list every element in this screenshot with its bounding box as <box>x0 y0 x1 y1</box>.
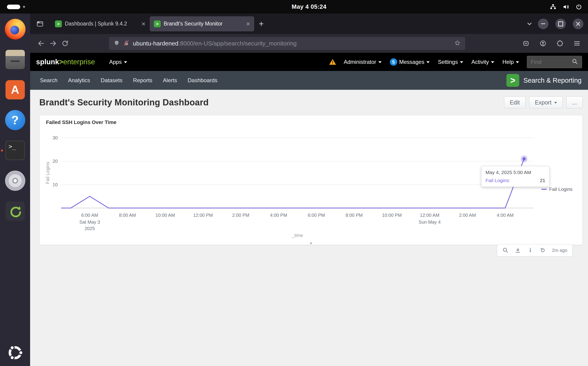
x-tick-label: 4:00 AM <box>497 213 514 218</box>
minimize-button[interactable] <box>538 19 549 29</box>
tab-label: Brandt's Security Monitor <box>164 21 243 27</box>
account-icon[interactable] <box>537 38 549 49</box>
chevron-down-icon <box>426 61 430 63</box>
nav-item-alerts[interactable]: Alerts <box>158 71 182 90</box>
search-icon[interactable] <box>572 58 578 66</box>
info-icon[interactable] <box>527 247 533 253</box>
chevron-down-icon <box>378 61 382 63</box>
dock-item-ubuntu[interactable] <box>4 342 26 364</box>
y-tick-label: 30 <box>53 135 58 140</box>
dock-item-disc[interactable] <box>4 170 26 192</box>
dock-item-files[interactable] <box>4 48 26 70</box>
menu-icon[interactable] <box>571 38 583 49</box>
menu-administrator[interactable]: Administrator <box>339 53 385 71</box>
desktop: May 4 05:24 > Dashboards <box>0 0 588 366</box>
x-tick-label: 2:00 AM <box>459 213 476 218</box>
text-editor-icon <box>6 80 25 99</box>
workspace-indicator[interactable] <box>7 0 25 14</box>
dock-item-help[interactable] <box>4 109 26 131</box>
find-input[interactable] <box>531 59 572 65</box>
y-tick-label: 10 <box>53 182 58 187</box>
dock-item-firefox[interactable] <box>4 18 26 40</box>
legend-label: Fail Logins <box>549 186 572 192</box>
menu-settings[interactable]: Settings <box>434 53 467 71</box>
restore-button[interactable] <box>555 19 566 29</box>
menu-messages[interactable]: 5Messages <box>386 53 434 71</box>
system-tray[interactable] <box>550 0 582 14</box>
pocket-icon[interactable] <box>520 38 532 49</box>
splunk-logo[interactable]: splunk>enterprise <box>36 58 95 66</box>
menu-activity[interactable]: Activity <box>467 53 498 71</box>
tab-security-monitoring[interactable]: > Brandt's Security Monitor × <box>150 16 254 31</box>
insecure-lock-icon[interactable] <box>123 40 129 47</box>
running-indicator <box>1 150 3 152</box>
x-tick-label: 8:00 AM <box>119 213 136 218</box>
x-tick-label: 4:00 PM <box>270 213 287 218</box>
system-clock[interactable]: May 4 05:24 <box>30 0 588 14</box>
chevron-down-icon <box>124 61 127 63</box>
navigation-bar: ubuntu-hardened:8000/en-US/app/search/se… <box>30 34 588 53</box>
chart-legend[interactable]: Fail Logins <box>541 186 572 192</box>
firefox-view-icon[interactable] <box>35 19 45 29</box>
edit-button[interactable]: Edit <box>504 96 525 108</box>
tracking-shield-icon[interactable] <box>114 40 120 47</box>
x-tick-label: 6:00 AM <box>81 213 98 218</box>
x-tick-sublabel: Sat May 3 <box>79 220 100 225</box>
url-bar[interactable]: ubuntu-hardened:8000/en-US/app/search/se… <box>109 37 465 50</box>
splunk-favicon: > <box>55 20 62 27</box>
extensions-icon[interactable] <box>554 38 566 49</box>
url-text: ubuntu-hardened:8000/en-US/app/search/se… <box>133 40 297 47</box>
chart-panel: Failed SSH Logins Over Time 102030Fail L… <box>39 115 583 245</box>
dock-item-terminal[interactable] <box>4 139 26 161</box>
nav-item-datasets[interactable]: Datasets <box>95 71 128 90</box>
system-top-bar: May 4 05:24 <box>0 0 588 14</box>
files-icon <box>6 50 25 69</box>
dock-item-text-editor[interactable] <box>4 79 26 101</box>
help-icon <box>5 110 25 130</box>
chart-tooltip: May 4, 2025 5:00 AM Fail Logins: 21 <box>481 166 550 187</box>
reload-icon[interactable] <box>59 38 71 49</box>
x-tick-label: 8:00 PM <box>345 213 362 218</box>
splunk-favicon: > <box>154 20 161 27</box>
close-button[interactable] <box>573 19 583 29</box>
tooltip-series-label: Fail Logins: <box>486 178 510 183</box>
warning-icon[interactable] <box>326 58 339 66</box>
nav-item-reports[interactable]: Reports <box>128 71 158 90</box>
tab-label: Dashboards | Splunk 9.4.2 <box>65 21 138 27</box>
menu-help[interactable]: Help <box>498 53 523 71</box>
find-box[interactable] <box>527 56 582 68</box>
download-icon[interactable] <box>515 247 521 253</box>
new-tab-button[interactable]: + <box>259 19 264 29</box>
open-in-search-icon[interactable] <box>502 247 509 253</box>
network-icon[interactable] <box>550 4 556 10</box>
back-icon[interactable] <box>35 38 47 49</box>
splunk-app-nav: Search Analytics Datasets Reports Alerts… <box>30 71 588 90</box>
menu-apps[interactable]: Apps <box>105 53 131 71</box>
tab-close-icon[interactable]: × <box>246 20 250 27</box>
forward-icon[interactable] <box>47 38 59 49</box>
splunk-header: splunk>enterprise Apps Administrator 5Me… <box>30 53 588 71</box>
logo-enterprise: enterprise <box>63 58 95 66</box>
bookmark-star-icon[interactable] <box>454 40 461 47</box>
refresh-icon[interactable] <box>540 247 546 253</box>
tab-dashboards[interactable]: > Dashboards | Splunk 9.4.2 × <box>51 16 150 31</box>
export-button[interactable]: Export <box>529 96 563 108</box>
url-host: ubuntu-hardened <box>133 40 178 47</box>
power-icon[interactable] <box>576 4 582 10</box>
more-button[interactable]: ... <box>566 96 583 108</box>
panel-toolbar: 2m ago <box>497 244 572 257</box>
page-actions: Edit Export ... <box>504 96 583 108</box>
x-tick-sublabel: Sun May 4 <box>419 220 441 225</box>
nav-item-dashboards[interactable]: Dashboards <box>182 71 222 90</box>
tab-close-icon[interactable]: × <box>141 20 146 27</box>
page-title: Brandt's Security Monitoring Dashboard <box>39 98 209 107</box>
volume-icon[interactable] <box>563 4 569 10</box>
workspace-dot <box>23 6 25 8</box>
app-context[interactable]: > Search & Reporting <box>500 71 588 90</box>
dock-item-software-updater[interactable] <box>4 200 26 222</box>
list-tabs-chevron-icon[interactable] <box>527 21 532 25</box>
nav-item-analytics[interactable]: Analytics <box>63 71 95 90</box>
logo-splunk: splunk <box>36 58 59 66</box>
fail-logins-series <box>61 159 524 208</box>
nav-item-search[interactable]: Search <box>35 71 63 90</box>
